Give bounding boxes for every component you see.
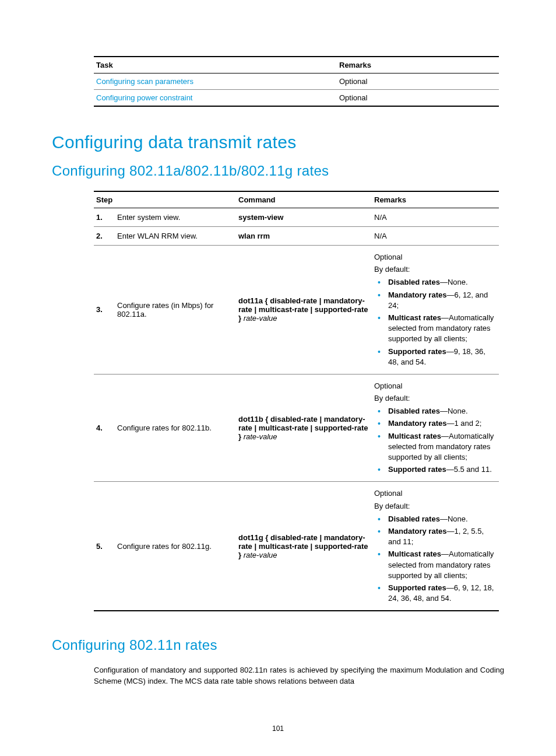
command-header: Command: [236, 191, 372, 208]
remarks-cell: N/A: [372, 208, 499, 227]
list-item: Supported rates—6, 9, 12, 18, 24, 36, 48…: [382, 583, 497, 604]
list-item: Supported rates—9, 18, 36, 48, and 54.: [382, 346, 497, 368]
step-description: Configure rates for 802.11g.: [115, 482, 236, 611]
command-cell: dot11g { disabled-rate | mandatory-rate …: [236, 482, 372, 611]
list-item: Supported rates—5.5 and 11.: [382, 464, 497, 475]
table-row: Configuring power constraintOptional: [94, 90, 499, 107]
list-item: Multicast rates—Automatically selected f…: [382, 431, 497, 463]
remarks-header: Remarks: [337, 57, 499, 74]
body-paragraph: Configuration of mandatory and supported…: [94, 665, 504, 687]
table-row: Configuring scan parametersOptional: [94, 74, 499, 90]
list-item: Mandatory rates—6, 12, and 24;: [382, 290, 497, 311]
remark-cell: Optional: [337, 90, 499, 107]
step-number: 1.: [94, 208, 115, 227]
list-item: Mandatory rates—1, 2, 5.5, and 11;: [382, 526, 497, 547]
step-description: Configure rates (in Mbps) for 802.11a.: [115, 246, 236, 374]
step-description: Configure rates for 802.11b.: [115, 374, 236, 482]
list-item: Multicast rates—Automatically selected f…: [382, 313, 497, 345]
table-row: 1.Enter system view.system-viewN/A: [94, 208, 499, 227]
list-item: Disabled rates—None.: [382, 277, 497, 288]
remarks-header-2: Remarks: [372, 191, 499, 208]
table-row: 3.Configure rates (in Mbps) for 802.11a.…: [94, 246, 499, 374]
table-row: 2.Enter WLAN RRM view.wlan rrmN/A: [94, 227, 499, 246]
remarks-cell: OptionalBy default:Disabled rates—None.M…: [372, 482, 499, 611]
remark-cell: Optional: [337, 74, 499, 90]
step-description: Enter system view.: [115, 208, 236, 227]
page-number: 101: [0, 724, 556, 733]
command-cell: dot11b { disabled-rate | mandatory-rate …: [236, 374, 372, 482]
command-cell: system-view: [236, 208, 372, 227]
list-item: Disabled rates—None.: [382, 514, 497, 524]
list-item: Multicast rates—Automatically selected f…: [382, 549, 497, 581]
step-number: 3.: [94, 246, 115, 374]
step-number: 4.: [94, 374, 115, 482]
steps-table: Step Command Remarks 1.Enter system view…: [94, 191, 499, 611]
step-header: Step: [94, 191, 236, 208]
task-remarks-table: Task Remarks Configuring scan parameters…: [94, 56, 499, 107]
heading-configuring-data-transmit-rates: Configuring data transmit rates: [52, 132, 504, 152]
task-link[interactable]: Configuring scan parameters: [96, 77, 193, 86]
heading-configuring-80211abg-rates: Configuring 802.11a/802.11b/802.11g rate…: [52, 163, 504, 179]
step-number: 5.: [94, 482, 115, 611]
remarks-cell: OptionalBy default:Disabled rates—None.M…: [372, 374, 499, 482]
step-description: Enter WLAN RRM view.: [115, 227, 236, 246]
step-number: 2.: [94, 227, 115, 246]
list-item: Mandatory rates—1 and 2;: [382, 418, 497, 429]
list-item: Disabled rates—None.: [382, 406, 497, 416]
heading-configuring-80211n-rates: Configuring 802.11n rates: [52, 637, 504, 653]
command-cell: dot11a { disabled-rate | mandatory-rate …: [236, 246, 372, 374]
remarks-cell: OptionalBy default:Disabled rates—None.M…: [372, 246, 499, 374]
remarks-cell: N/A: [372, 227, 499, 246]
command-cell: wlan rrm: [236, 227, 372, 246]
table-row: 5.Configure rates for 802.11g.dot11g { d…: [94, 482, 499, 611]
task-link[interactable]: Configuring power constraint: [96, 93, 192, 102]
task-header: Task: [94, 57, 337, 74]
table-row: 4.Configure rates for 802.11b.dot11b { d…: [94, 374, 499, 482]
